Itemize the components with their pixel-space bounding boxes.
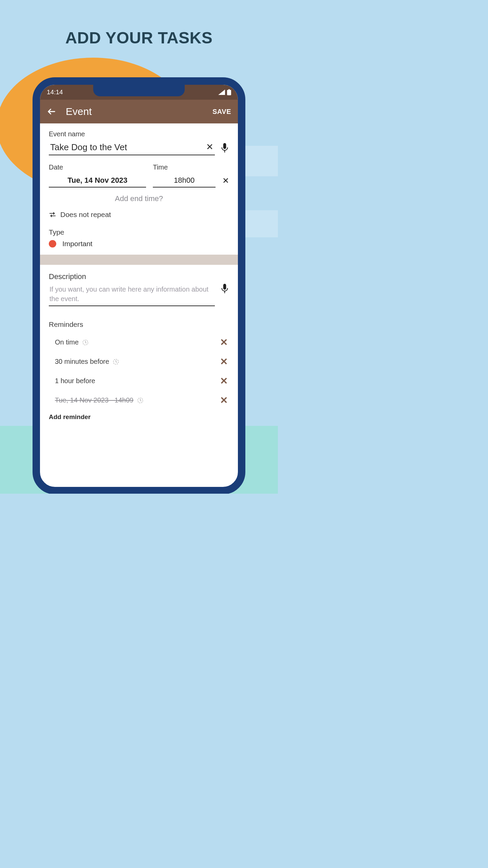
reminder-row[interactable]: On time✕ — [49, 333, 229, 352]
reminder-text: 30 minutes before — [55, 358, 109, 366]
reminder-text: Tue, 14 Nov 2023 - 14h09 — [55, 396, 134, 404]
date-field[interactable]: Tue, 14 Nov 2023 — [49, 174, 146, 187]
event-name-input[interactable] — [49, 141, 215, 155]
reminder-text: 1 hour before — [55, 377, 95, 385]
signal-icon — [218, 90, 225, 95]
svg-rect-1 — [228, 89, 230, 90]
clock-icon — [82, 339, 89, 346]
clear-time-icon[interactable]: ✕ — [222, 176, 229, 188]
svg-rect-0 — [227, 90, 231, 95]
type-color-dot — [49, 240, 56, 248]
repeat-row[interactable]: Does not repeat — [49, 211, 229, 219]
reminder-row[interactable]: 1 hour before✕ — [49, 371, 229, 391]
app-bar-title: Event — [66, 106, 203, 117]
time-label: Time — [153, 163, 216, 171]
type-label: Type — [49, 228, 229, 236]
remove-reminder-icon[interactable]: ✕ — [220, 395, 229, 406]
save-button[interactable]: SAVE — [212, 108, 231, 116]
app-bar: Event SAVE — [40, 100, 238, 123]
phone-frame: 14:14 Event SAVE Event name ✕ Date Tue, … — [33, 77, 245, 494]
marketing-headline: ADD YOUR TASKS — [0, 28, 278, 47]
reminder-text: On time — [55, 338, 79, 346]
status-time: 14:14 — [47, 88, 63, 96]
battery-icon — [227, 89, 231, 95]
add-reminder-button[interactable]: Add reminder — [49, 413, 229, 421]
reminder-row[interactable]: Tue, 14 Nov 2023 - 14h09✕ — [49, 391, 229, 410]
section-divider — [40, 255, 238, 265]
description-input[interactable]: If you want, you can write here any info… — [49, 284, 215, 306]
back-arrow-icon[interactable] — [47, 107, 56, 116]
remove-reminder-icon[interactable]: ✕ — [220, 356, 229, 367]
content-area: Event name ✕ Date Tue, 14 Nov 2023 Time … — [40, 123, 238, 421]
mic-icon[interactable] — [220, 284, 229, 294]
clock-icon — [137, 397, 144, 404]
mic-icon[interactable] — [220, 143, 229, 153]
repeat-icon — [49, 211, 56, 218]
remove-reminder-icon[interactable]: ✕ — [220, 375, 229, 387]
clear-name-icon[interactable]: ✕ — [206, 142, 214, 152]
time-field[interactable]: 18h00 — [153, 174, 216, 187]
event-name-label: Event name — [49, 130, 229, 138]
add-end-time-link[interactable]: Add end time? — [49, 194, 229, 203]
reminders-label: Reminders — [49, 320, 229, 329]
clock-icon — [113, 358, 119, 365]
date-label: Date — [49, 163, 146, 171]
type-selector[interactable]: Important — [49, 240, 229, 248]
description-label: Description — [49, 272, 229, 281]
repeat-text: Does not repeat — [60, 211, 111, 219]
reminder-row[interactable]: 30 minutes before✕ — [49, 352, 229, 371]
phone-notch — [93, 83, 185, 96]
type-value: Important — [62, 240, 93, 248]
remove-reminder-icon[interactable]: ✕ — [220, 337, 229, 348]
